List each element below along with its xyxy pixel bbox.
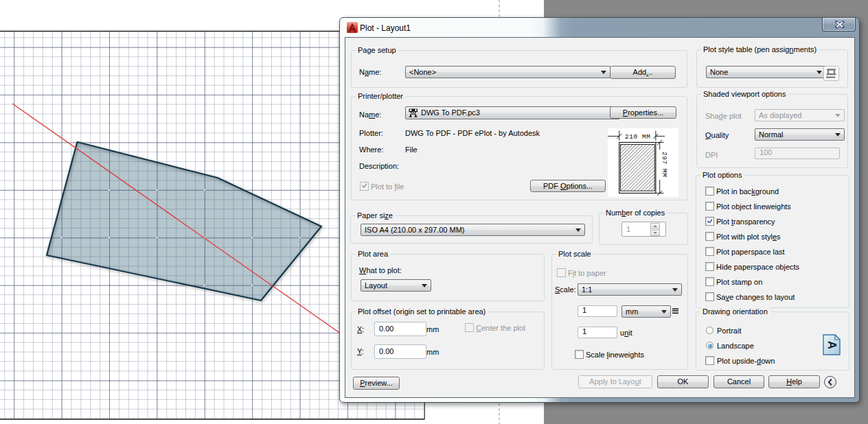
svg-text:210 MM: 210 MM <box>625 133 650 141</box>
svg-text:297 MM: 297 MM <box>661 152 668 177</box>
svg-text:A: A <box>825 341 838 349</box>
